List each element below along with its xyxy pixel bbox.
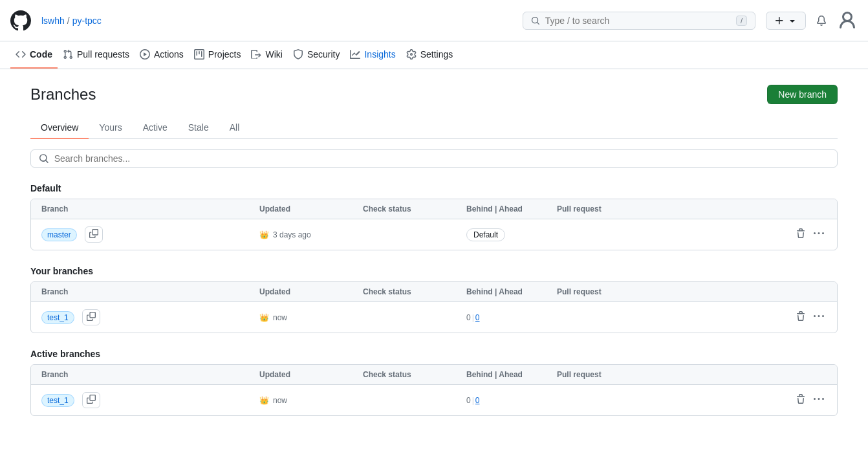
add-button[interactable] [766,12,806,30]
pull-request-icon [63,49,73,60]
nav-item-insights[interactable]: Insights [345,41,400,69]
more-options-btn-3[interactable] [811,391,827,409]
more-options-btn-2[interactable] [811,309,827,326]
tab-stale[interactable]: Stale [178,117,219,139]
notifications-button[interactable] [811,10,832,31]
updated-time: 3 days ago [273,230,311,239]
behind-ahead-cell-3: 0 | 0 [466,396,557,405]
behind-ahead-cell: Default [466,228,557,241]
copy-branch-btn[interactable] [85,226,103,243]
delete-branch-btn-2[interactable] [793,309,808,326]
global-search[interactable]: / [523,12,755,30]
branch-cell-active-test1: test_1 [41,392,259,408]
wiki-icon [251,49,261,60]
repo-path: lswhh / py-tpcc [41,16,102,26]
settings-icon [406,49,417,60]
search-icon [531,16,540,26]
col-actions-2 [775,287,827,296]
updated-time-test1: now [273,313,287,322]
col-behind-ahead-2: Behind | Ahead [466,287,557,296]
path-separator: / [67,16,70,26]
header: lswhh / py-tpcc / [0,0,868,41]
col-behind-ahead-3: Behind | Ahead [466,370,557,379]
branch-name-master[interactable]: master [41,228,77,241]
branches-tabs: Overview Yours Active Stale All [30,117,838,139]
branch-cell-test1: test_1 [41,309,259,325]
active-branches-section: Active branches Branch Updated Check sta… [30,349,838,416]
main-content: Branches New branch Overview Yours Activ… [20,69,848,447]
more-options-btn[interactable] [811,226,827,243]
col-check-status-2: Check status [363,287,466,296]
behind-num-3: 0 [466,396,471,405]
search-input[interactable] [545,16,731,26]
github-logo[interactable] [10,10,31,31]
default-section: Default Branch Updated Check status Behi… [30,183,838,250]
security-icon [293,49,303,60]
header-actions [766,10,858,31]
col-updated-2: Updated [259,287,363,296]
tab-overview[interactable]: Overview [30,117,89,139]
nav-item-pull-requests[interactable]: Pull requests [58,41,135,69]
branch-search[interactable] [30,149,838,168]
col-branch-2: Branch [41,287,259,296]
page-title: Branches [30,85,96,104]
nav-item-actions[interactable]: Actions [135,41,189,69]
search-shortcut: / [736,16,747,26]
repo-link[interactable]: py-tpcc [72,16,102,26]
col-check-status: Check status [363,204,466,214]
crown-icon-3: 👑 [259,396,269,405]
new-branch-button[interactable]: New branch [767,85,838,104]
avatar-button[interactable] [837,10,858,31]
col-pull-request-2: Pull request [557,287,775,296]
tab-all[interactable]: All [219,117,250,139]
default-badge: Default [466,228,505,241]
updated-time-active-test1: now [273,396,287,405]
behind-num: 0 [466,313,471,322]
actions-icon [140,49,150,60]
chevron-down-icon [787,16,797,26]
col-pull-request: Pull request [557,204,775,214]
action-buttons [775,226,827,243]
default-table-header: Branch Updated Check status Behind | Ahe… [31,199,837,219]
delete-branch-btn-3[interactable] [793,391,808,409]
crown-icon-2: 👑 [259,313,269,322]
copy-branch-btn-active-test1[interactable] [82,392,100,408]
table-row: master 👑 3 days ago Default [31,219,837,250]
your-branches-table-header: Branch Updated Check status Behind | Ahe… [31,282,837,302]
col-updated: Updated [259,204,363,214]
default-table: Branch Updated Check status Behind | Ahe… [30,199,838,250]
col-actions-3 [775,370,827,379]
branch-cell: master [41,226,259,243]
delete-branch-btn[interactable] [793,226,808,243]
tab-active[interactable]: Active [133,117,178,139]
nav-item-code[interactable]: Code [10,41,58,69]
col-actions [775,204,827,214]
crown-icon: 👑 [259,230,269,239]
ahead-num-3[interactable]: 0 [475,396,480,405]
insights-icon [350,49,360,60]
active-branches-table-header: Branch Updated Check status Behind | Ahe… [31,365,837,385]
your-branches-title: Your branches [30,266,838,276]
copy-branch-btn-test1[interactable] [82,309,100,325]
ahead-num[interactable]: 0 [475,313,480,322]
branch-name-test1[interactable]: test_1 [41,311,74,324]
default-section-title: Default [30,183,838,193]
action-buttons-3 [775,391,827,409]
nav-item-security[interactable]: Security [288,41,345,69]
owner-link[interactable]: lswhh [41,16,65,26]
col-updated-3: Updated [259,370,363,379]
code-icon [16,49,26,60]
branch-search-input[interactable] [54,153,829,164]
projects-icon [194,49,204,60]
col-branch-3: Branch [41,370,259,379]
col-branch: Branch [41,204,259,214]
tab-yours[interactable]: Yours [89,117,132,139]
action-buttons-2 [775,309,827,326]
your-branches-section: Your branches Branch Updated Check statu… [30,266,838,333]
divider: | [472,313,474,322]
nav-item-projects[interactable]: Projects [189,41,246,69]
nav-item-wiki[interactable]: Wiki [246,41,287,69]
nav-item-settings[interactable]: Settings [401,41,459,69]
table-row: test_1 👑 now 0 | 0 [31,302,837,333]
branch-name-active-test1[interactable]: test_1 [41,394,74,407]
